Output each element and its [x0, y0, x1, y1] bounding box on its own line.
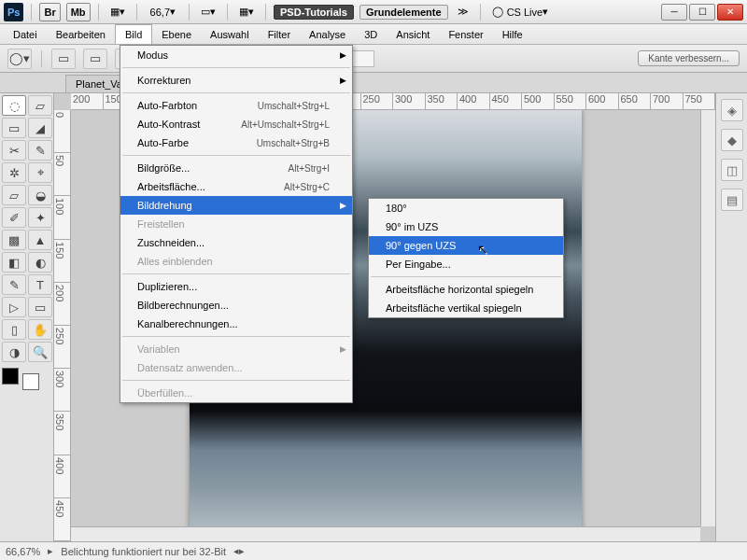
bridge-button[interactable]: Br: [39, 3, 60, 21]
menu-item[interactable]: Bildberechnungen...: [120, 296, 352, 315]
menu-filter[interactable]: Filter: [259, 24, 300, 44]
menu-item[interactable]: Zuschneiden...: [120, 233, 352, 252]
tool-button[interactable]: ✦: [28, 207, 52, 228]
close-button[interactable]: ✕: [717, 4, 743, 21]
ps-logo: Ps: [4, 3, 23, 21]
menu-bearbeiten[interactable]: Bearbeiten: [47, 24, 115, 44]
arrange-docs-icon[interactable]: ▦▾: [235, 3, 258, 21]
bild-menu-dropdown: Modus▶Korrekturen▶Auto-FarbtonUmschalt+S…: [120, 45, 353, 403]
menu-ansicht[interactable]: Ansicht: [387, 24, 439, 44]
options-bar: ◯▾ ▭ ▭ ▭ ▭ ▾ B: ⇄ H: Kante verbessern...: [0, 45, 747, 73]
vertical-ruler: 050100150200250300350400450: [54, 110, 71, 541]
menu-item: Freistellen: [120, 215, 352, 233]
minimize-button[interactable]: ─: [661, 4, 687, 21]
menu-item[interactable]: Per Eingabe...: [369, 255, 563, 273]
tool-button[interactable]: ✎: [2, 274, 26, 295]
collapsed-panels: ◈ ◆ ◫ ▤: [715, 93, 747, 541]
menu-fenster[interactable]: Fenster: [439, 24, 492, 44]
menu-item[interactable]: Arbeitsfläche horizontal spiegeln: [369, 280, 563, 299]
tool-button[interactable]: ▯: [2, 319, 26, 340]
tool-button[interactable]: ◒: [28, 185, 52, 205]
view-extras-icon[interactable]: ▭▾: [197, 3, 219, 21]
maximize-button[interactable]: ☐: [689, 4, 715, 21]
document-tabs: Planet_Var×Unbenannt-1 bei 66,7% (RGB/8)…: [0, 73, 747, 93]
tool-button[interactable]: ▱: [2, 185, 26, 205]
tool-button[interactable]: ✲: [2, 162, 26, 183]
vertical-scrollbar[interactable]: [700, 110, 715, 526]
menu-bar: DateiBearbeitenBildEbeneAuswahlFilterAna…: [0, 24, 747, 45]
tool-button[interactable]: ✋: [28, 319, 52, 340]
paths-panel-icon[interactable]: ◫: [721, 159, 743, 181]
tool-button[interactable]: ◐: [28, 252, 52, 273]
submenu-arrow-icon: ▶: [340, 50, 346, 60]
tool-button[interactable]: ◌: [2, 95, 26, 116]
tool-button[interactable]: ▭: [28, 297, 52, 317]
menu-item: Alles einblenden: [120, 252, 352, 271]
menu-analyse[interactable]: Analyse: [300, 24, 355, 44]
cslive-button[interactable]: ◯ CS Live ▾: [488, 3, 553, 21]
tool-button[interactable]: ✐: [2, 207, 26, 228]
status-message: Belichtung funktioniert nur bei 32-Bit: [61, 546, 226, 557]
screen-mode-icon[interactable]: ▦▾: [106, 3, 129, 21]
menu-auswahl[interactable]: Auswahl: [201, 24, 259, 44]
menu-item[interactable]: Kanalberechnungen...: [120, 315, 352, 333]
channels-panel-icon[interactable]: ◆: [721, 129, 743, 151]
menu-item[interactable]: Auto-FarbtonUmschalt+Strg+L: [120, 96, 352, 115]
menu-item: Datensatz anwenden...: [120, 358, 352, 377]
selection-new-icon[interactable]: ▭: [51, 49, 76, 69]
foreground-swatch[interactable]: [2, 368, 19, 385]
tool-preset-button[interactable]: ◯▾: [7, 49, 32, 69]
tool-button[interactable]: 🔍: [28, 342, 52, 362]
menu-item[interactable]: Arbeitsfläche...Alt+Strg+C: [120, 177, 352, 196]
submenu-arrow-icon: ▶: [340, 344, 346, 354]
workspace-button[interactable]: Grundelemente: [359, 5, 448, 20]
menu-item[interactable]: Modus▶: [120, 46, 352, 64]
menu-item[interactable]: Bildgröße...Alt+Strg+I: [120, 159, 352, 177]
menu-item[interactable]: 90° gegen UZS: [369, 236, 563, 255]
background-swatch[interactable]: [22, 373, 39, 390]
tool-button[interactable]: ▱: [28, 95, 52, 116]
status-zoom[interactable]: 66,67%: [6, 546, 40, 557]
selection-add-icon[interactable]: ▭: [83, 49, 107, 69]
minibridge-button[interactable]: Mb: [66, 3, 91, 21]
menu-3d[interactable]: 3D: [355, 24, 387, 44]
menu-item[interactable]: 180°: [369, 199, 563, 217]
tool-button[interactable]: ✎: [28, 140, 52, 161]
submenu-arrow-icon: ▶: [340, 201, 346, 210]
title-bar: Ps Br Mb ▦▾ 66,7 ▾ ▭▾ ▦▾ PSD-Tutorials G…: [0, 0, 747, 24]
menu-item[interactable]: Auto-FarbeUmschalt+Strg+B: [120, 133, 352, 152]
menu-item[interactable]: Duplizieren...: [120, 277, 352, 296]
refine-edge-button[interactable]: Kante verbessern...: [638, 50, 740, 66]
tools-panel: ◌▱▭◢✂✎✲⌖▱◒✐✦▩▲◧◐✎T▷▭▯✋◑🔍: [0, 93, 54, 541]
menu-item[interactable]: Bilddrehung▶: [120, 196, 352, 215]
menu-item[interactable]: 90° im UZS: [369, 217, 563, 236]
bilddrehung-submenu: 180°90° im UZS90° gegen UZSPer Eingabe..…: [368, 198, 564, 318]
tool-button[interactable]: ⌖: [28, 162, 52, 183]
menu-item: Überfüllen...: [120, 384, 352, 402]
tool-button[interactable]: T: [28, 274, 52, 295]
layers-panel-icon[interactable]: ◈: [721, 99, 743, 121]
menu-item[interactable]: Arbeitsfläche vertikal spiegeln: [369, 299, 563, 317]
menu-item: Variablen▶: [120, 340, 352, 358]
psd-tutorials-button[interactable]: PSD-Tutorials: [274, 5, 354, 20]
tool-button[interactable]: ✂: [2, 140, 26, 161]
tool-button[interactable]: ◑: [2, 342, 26, 362]
menu-bild[interactable]: Bild: [115, 24, 152, 44]
more-icon[interactable]: ≫: [454, 3, 472, 21]
tool-button[interactable]: ◧: [2, 252, 26, 273]
history-panel-icon[interactable]: ▤: [721, 189, 743, 211]
menu-item[interactable]: Auto-KontrastAlt+Umschalt+Strg+L: [120, 115, 352, 133]
tool-button[interactable]: ◢: [28, 118, 52, 138]
tool-button[interactable]: ▷: [2, 297, 26, 317]
menu-item[interactable]: Korrekturen▶: [120, 71, 352, 90]
submenu-arrow-icon: ▶: [340, 76, 346, 85]
horizontal-scrollbar[interactable]: [71, 526, 700, 541]
zoom-level[interactable]: 66,7 ▾: [145, 3, 181, 21]
tool-button[interactable]: ▭: [2, 118, 26, 138]
menu-ebene[interactable]: Ebene: [152, 24, 201, 44]
tool-button[interactable]: ▩: [2, 230, 26, 250]
menu-datei[interactable]: Datei: [4, 24, 47, 44]
menu-hilfe[interactable]: Hilfe: [493, 24, 532, 44]
status-bar: 66,67% ▸ Belichtung funktioniert nur bei…: [0, 541, 747, 560]
tool-button[interactable]: ▲: [28, 230, 52, 250]
